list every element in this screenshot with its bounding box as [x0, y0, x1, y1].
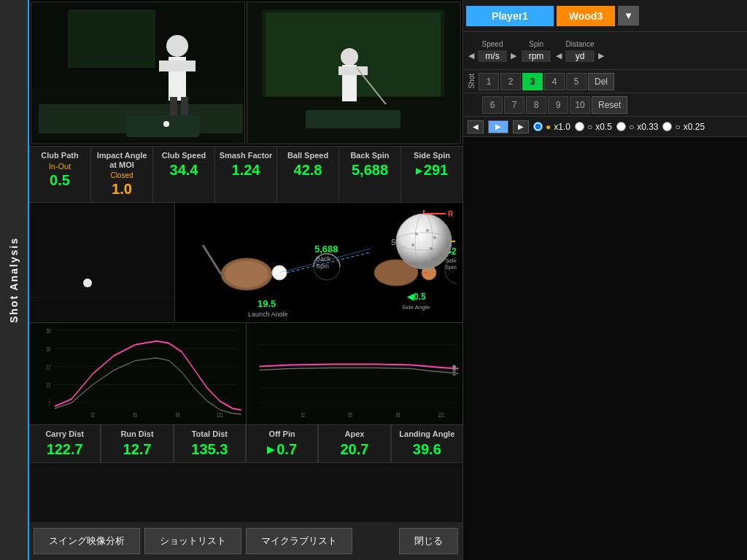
speed-025x-icon: ○ [675, 122, 680, 132]
distance-increase-button[interactable]: ▶ [596, 50, 606, 61]
side-spin-arrow: ▶ [416, 166, 422, 176]
stat-back-spin: Back Spin 5,688 [339, 147, 401, 202]
shot-2-button[interactable]: 2 [500, 73, 521, 90]
speed-unit-value: m/s [478, 50, 507, 62]
svg-text:5,688: 5,688 [314, 244, 338, 254]
svg-rect-16 [338, 66, 368, 75]
shot-7-button[interactable]: 7 [504, 96, 525, 114]
distance-decrease-button[interactable]: ◀ [554, 50, 564, 61]
shot-9-button[interactable]: 9 [548, 96, 568, 114]
speed-033x-radio[interactable] [616, 122, 626, 131]
right-controls: Player1 Wood3 ▼ Speed ◀ m/s ▶ Spin [462, 0, 747, 560]
svg-text:7: 7 [48, 400, 50, 408]
bottom-stats: Carry Dist 122.7 Run Dist 12.7 Total Dis… [29, 425, 462, 462]
carry-dist-label: Carry Dist [45, 429, 84, 439]
svg-text:◀0.5: ◀0.5 [406, 292, 426, 302]
speed-1x-icon: ● [546, 122, 551, 132]
stat-run-dist: Run Dist 12.7 [101, 425, 173, 462]
landing-angle-value: 39.6 [413, 441, 441, 458]
camera-feed-2 [247, 1, 461, 144]
playback-next-button[interactable]: ▶ [513, 120, 529, 133]
total-dist-label: Total Dist [192, 429, 228, 439]
sidebar: Shot Analysis [0, 0, 29, 560]
playback-row: ◀ ▶ ▶ ● x1.0 ○ x0.5 ○ x0.33 [463, 117, 747, 137]
off-pin-label: Off Pin [269, 429, 295, 439]
stat-impact-angle-value: 1.0 [112, 181, 132, 198]
svg-point-10 [163, 121, 169, 127]
run-dist-value: 12.7 [123, 441, 152, 458]
speed-033x-text: x0.33 [637, 122, 658, 132]
sidebar-label: Shot Analysis [8, 237, 20, 323]
player-name-button[interactable]: Player1 [466, 6, 554, 26]
apex-value: 20.7 [341, 441, 369, 458]
shot-1-button[interactable]: 1 [479, 73, 499, 90]
shot-8-button[interactable]: 8 [526, 96, 546, 114]
svg-rect-18 [306, 110, 400, 128]
svg-point-47 [426, 229, 429, 232]
stat-ball-speed: Ball Speed 42.8 [277, 147, 339, 202]
shot-10-button[interactable]: 10 [570, 96, 590, 114]
club-list-button[interactable]: マイクラブリスト [246, 528, 352, 554]
speed-05x-label: ○ x0.5 [575, 122, 612, 132]
distance-title-label: Distance [566, 40, 595, 48]
svg-text:Side Angle: Side Angle [402, 304, 430, 311]
swing-analysis-button[interactable]: スイング映像分析 [34, 528, 140, 554]
svg-text:Launch Angle: Launch Angle [248, 311, 288, 316]
del-button[interactable]: Del [588, 73, 614, 90]
svg-text:98: 98 [395, 411, 400, 419]
reset-button[interactable]: Reset [592, 96, 627, 114]
svg-line-26 [203, 245, 221, 274]
stat-landing-angle: Landing Angle 39.6 [391, 425, 462, 462]
svg-text:65: 65 [348, 411, 352, 419]
speed-1x-radio[interactable] [533, 122, 543, 131]
svg-rect-8 [68, 9, 155, 68]
shot-4-button[interactable]: 4 [544, 73, 565, 90]
speed-increase-button[interactable]: ▶ [508, 50, 519, 61]
stat-ball-speed-value: 42.8 [294, 162, 322, 179]
stat-club-path-value: 0.5 [50, 172, 70, 189]
distance-unit-value: yd [565, 50, 595, 62]
svg-text:R: R [448, 210, 454, 218]
stat-total-dist: Total Dist 135.3 [174, 425, 246, 462]
shot-3-button[interactable]: 3 [522, 73, 543, 90]
playback-play-button[interactable]: ▶ [488, 120, 508, 133]
header: Player1 Wood3 ▼ [463, 0, 747, 32]
off-pin-arrow: ▶ [267, 443, 275, 455]
shot-list-button[interactable]: ショットリスト [144, 528, 241, 554]
stat-club-path-sublabel: In-Out [49, 162, 71, 171]
camera-feed-1 [31, 1, 245, 144]
svg-text:65: 65 [133, 411, 137, 419]
speed-05x-icon: ○ [587, 122, 592, 132]
stat-apex: Apex 20.7 [318, 425, 390, 462]
stat-back-spin-value: 5,688 [352, 162, 388, 179]
playback-prev-button[interactable]: ◀ [468, 120, 484, 133]
close-button[interactable]: 閉じる [399, 528, 458, 554]
speed-05x-radio[interactable] [575, 122, 584, 131]
svg-rect-9 [126, 115, 199, 137]
speed-025x-radio[interactable] [662, 122, 672, 131]
cameras-row [29, 0, 462, 146]
shot-label: Shot [466, 74, 477, 89]
carry-dist-value: 122.7 [47, 441, 83, 458]
analysis-row: 5,688 Back Spin 19.5 Launch Angle [29, 203, 462, 323]
shot-6-button[interactable]: 6 [482, 96, 503, 114]
stat-off-pin: Off Pin ▶ 0.7 [246, 425, 318, 462]
club-dropdown-arrow[interactable]: ▼ [618, 6, 639, 26]
speed-decrease-button[interactable]: ◀ [466, 50, 476, 61]
stat-impact-angle-sublabel: Closed [110, 171, 133, 179]
svg-text:131: 131 [438, 411, 444, 419]
stat-club-path: Club Path In-Out 0.5 [29, 147, 91, 202]
stat-club-speed-value: 34.4 [170, 162, 198, 179]
total-dist-value: 135.3 [191, 441, 228, 458]
off-pin-value: 0.7 [276, 441, 297, 458]
svg-text:B: B [423, 271, 428, 274]
shot-5-button[interactable]: 5 [566, 73, 587, 90]
stat-side-spin: Side Spin ▶ 291 [401, 147, 462, 202]
club-name-button[interactable]: Wood3 [557, 6, 615, 26]
shot-numbers-row: Shot 1 2 3 4 5 Del [463, 70, 747, 93]
svg-point-21 [83, 279, 92, 287]
stats-row: Club Path In-Out 0.5 Impact Angleat MOI … [29, 146, 462, 203]
stat-side-spin-label: Side Spin [414, 151, 450, 160]
stat-smash-factor: Smash Factor 1.24 [215, 147, 277, 202]
distance-unit-group: Distance ◀ yd ▶ [554, 40, 606, 62]
